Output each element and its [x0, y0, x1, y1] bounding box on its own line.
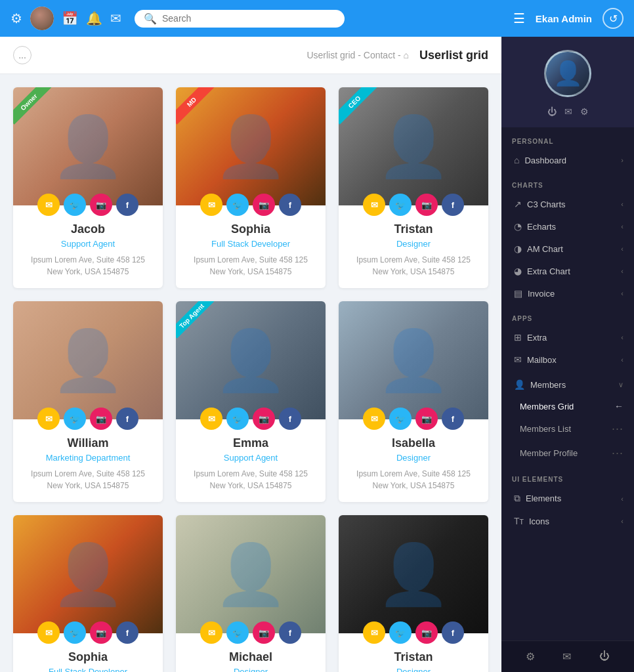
settings-icon[interactable]: ⚙ [580, 106, 589, 117]
facebook-button[interactable]: f [442, 621, 464, 644]
facebook-button[interactable]: f [116, 621, 138, 644]
user-card: 👤 ✉ 🐦 📷 f William Marketing Department I… [13, 301, 163, 502]
twitter-button[interactable]: 🐦 [64, 194, 86, 216]
bottom-mail-icon[interactable]: ✉ [562, 650, 571, 663]
chevron-icon: ‹ [621, 222, 623, 230]
sidebar-item-echarts[interactable]: ◔ Echarts ‹ [501, 215, 634, 238]
email-button[interactable]: ✉ [363, 621, 385, 644]
social-icons: ✉ 🐦 📷 f [13, 621, 163, 644]
sidebar-item-members[interactable]: 👤 Members ∨ [501, 373, 634, 396]
card-image: 👤 [176, 515, 326, 633]
chevron-icon: ‹ [621, 245, 623, 253]
sidebar-item-dashboard[interactable]: ⌂ Dashboard › [501, 149, 634, 171]
twitter-button[interactable]: 🐦 [389, 194, 412, 216]
twitter-button[interactable]: 🐦 [226, 408, 249, 430]
bell-icon[interactable]: 🔔 [86, 10, 102, 26]
instagram-button[interactable]: 📷 [90, 621, 112, 644]
social-icons: ✉ 🐦 📷 f [13, 194, 163, 216]
sidebar-item-icons[interactable]: Tт Icons ‹ [501, 510, 634, 532]
card-role: Designer [339, 453, 488, 463]
sidebar-item-amchart[interactable]: ◑ AM Chart ‹ [501, 238, 634, 260]
instagram-button[interactable]: 📷 [253, 408, 275, 430]
search-box[interactable]: 🔍 [135, 10, 345, 28]
instagram-button[interactable]: 📷 [415, 408, 438, 430]
echarts-icon: ◔ [514, 221, 522, 232]
card-role: Support Agent [13, 239, 163, 249]
card-role: Designer [176, 667, 326, 672]
page-title: Userlist grid [419, 49, 488, 62]
sidebar-subitem-members-list[interactable]: Members List ··· [501, 417, 634, 441]
card-address: Ipsum Lorem Ave, Suite 458 125New York, … [176, 254, 326, 288]
instagram-button[interactable]: 📷 [415, 194, 438, 216]
card-username: Emma [176, 436, 326, 450]
bottom-gear-icon[interactable]: ⚙ [526, 650, 535, 663]
twitter-button[interactable]: 🐦 [226, 621, 249, 644]
search-input[interactable] [162, 13, 335, 24]
twitter-button[interactable]: 🐦 [389, 621, 412, 644]
social-icons: ✉ 🐦 📷 f [176, 194, 326, 216]
instagram-button[interactable]: 📷 [253, 194, 275, 216]
refresh-button[interactable]: ↺ [602, 8, 623, 29]
card-role: Designer [339, 667, 488, 672]
breadcrumb: ... Userlist grid - Contact - ⌂ Userlist… [0, 37, 501, 74]
sidebar-header: 👤 ⏻ ✉ ⚙ [501, 37, 634, 127]
instagram-button[interactable]: 📷 [90, 408, 112, 430]
facebook-button[interactable]: f [279, 194, 301, 216]
menu-icon[interactable]: ☰ [513, 10, 525, 26]
badge-label: CEO [339, 87, 377, 125]
sidebar-subitem-members-grid[interactable]: Members Grid ← [501, 396, 634, 417]
email-button[interactable]: ✉ [37, 621, 60, 644]
email-button[interactable]: ✉ [363, 194, 385, 216]
facebook-button[interactable]: f [116, 408, 138, 430]
sidebar-item-c3charts[interactable]: ↗ C3 Charts ‹ [501, 193, 634, 215]
breadcrumb-dots-button[interactable]: ... [13, 46, 32, 64]
chevron-icon: ‹ [621, 517, 623, 525]
facebook-button[interactable]: f [442, 194, 464, 216]
instagram-button[interactable]: 📷 [415, 621, 438, 644]
sidebar-item-elements[interactable]: ⧉ Elements ‹ [501, 487, 634, 510]
twitter-button[interactable]: 🐦 [64, 408, 86, 430]
envelope-icon[interactable]: ✉ [110, 10, 121, 26]
email-button[interactable]: ✉ [200, 408, 222, 430]
avatar[interactable] [30, 7, 54, 30]
card-image: 👤 [13, 515, 163, 633]
email-button[interactable]: ✉ [200, 621, 222, 644]
email-button[interactable]: ✉ [37, 194, 60, 216]
content-area: ... Userlist grid - Contact - ⌂ Userlist… [0, 37, 501, 672]
sidebar-item-extrachart[interactable]: ◕ Extra Chart ‹ [501, 260, 634, 282]
chevron-icon: ‹ [621, 333, 623, 341]
card-username: Sophia [176, 222, 326, 236]
extra-icon: ⊞ [514, 332, 522, 343]
twitter-button[interactable]: 🐦 [226, 194, 249, 216]
bottom-power-icon[interactable]: ⏻ [599, 650, 610, 663]
card-role: Full Stack Developer [176, 239, 326, 249]
facebook-button[interactable]: f [442, 408, 464, 430]
card-role: Designer [339, 239, 488, 249]
instagram-button[interactable]: 📷 [253, 621, 275, 644]
gear-icon[interactable]: ⚙ [11, 10, 22, 26]
user-card: 👤 CEO ✉ 🐦 📷 f Tristan Designer Ipsum Lor… [339, 87, 488, 288]
twitter-button[interactable]: 🐦 [64, 621, 86, 644]
power-icon[interactable]: ⏻ [547, 106, 557, 117]
email-button[interactable]: ✉ [363, 408, 385, 430]
message-icon[interactable]: ✉ [564, 106, 572, 117]
card-role: Support Agent [176, 453, 326, 463]
sidebar-subitem-member-profile[interactable]: Member Profile ··· [501, 441, 634, 465]
sidebar: 👤 ⏻ ✉ ⚙ PERSONAL ⌂ Dashboard › CHARTS ↗ … [501, 37, 634, 672]
chevron-icon: ‹ [621, 495, 623, 503]
dots-label: ... [18, 50, 26, 60]
instagram-button[interactable]: 📷 [90, 194, 112, 216]
sidebar-item-invoice[interactable]: ▤ Invoice ‹ [501, 282, 634, 304]
facebook-button[interactable]: f [279, 408, 301, 430]
twitter-button[interactable]: 🐦 [389, 408, 412, 430]
facebook-button[interactable]: f [279, 621, 301, 644]
email-button[interactable]: ✉ [37, 408, 60, 430]
sidebar-item-mailbox[interactable]: ✉ Mailbox ‹ [501, 348, 634, 371]
facebook-button[interactable]: f [116, 194, 138, 216]
search-icon: 🔍 [144, 12, 157, 25]
calendar-icon[interactable]: 📅 [62, 10, 78, 26]
email-button[interactable]: ✉ [200, 194, 222, 216]
arrow-left-icon: ← [614, 401, 623, 411]
sidebar-item-extra[interactable]: ⊞ Extra ‹ [501, 326, 634, 348]
dots-icon: ··· [612, 446, 623, 460]
